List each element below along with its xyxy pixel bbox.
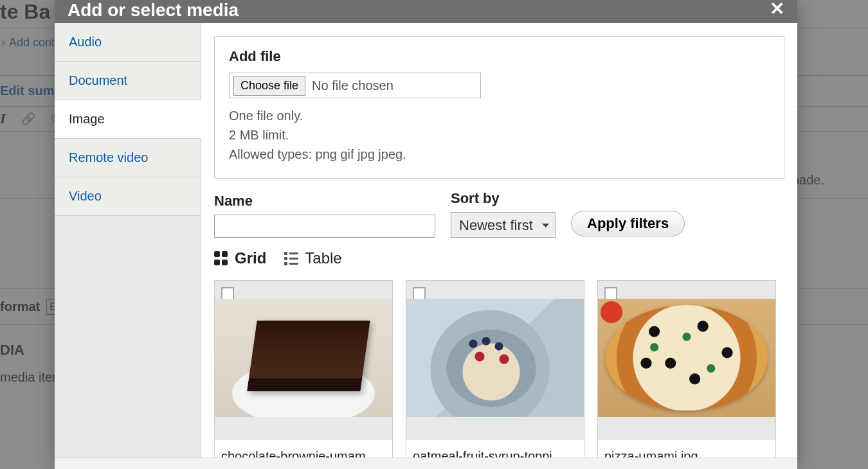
media-modal: Add or select media ✕ Audio Document Ima… — [55, 0, 797, 469]
sort-filter-field: Sort by Newest first — [451, 190, 556, 238]
thumbnail-image — [406, 299, 584, 417]
modal-content: Add file Choose file No file chosen One … — [201, 23, 797, 457]
add-file-fieldset: Add file Choose file No file chosen One … — [214, 36, 784, 179]
sort-label: Sort by — [451, 190, 556, 207]
media-caption: pizza-umami.jpg — [598, 440, 775, 457]
view-table-button[interactable]: Table — [284, 249, 341, 267]
view-switch-row: Grid Table — [214, 249, 784, 267]
modal-title: Add or select media — [68, 0, 239, 21]
filter-row: Name Sort by Newest first Apply filters — [214, 190, 784, 238]
select-checkbox[interactable] — [604, 287, 617, 300]
hint-allowed-types: Allowed types: png gif jpg jpeg. — [229, 145, 770, 164]
sidebar-item-video[interactable]: Video — [55, 177, 201, 216]
modal-header: Add or select media ✕ — [55, 0, 797, 23]
view-grid-button[interactable]: Grid — [214, 249, 266, 267]
file-hints: One file only. 2 MB limit. Allowed types… — [229, 106, 770, 164]
thumbnail-image — [598, 299, 775, 417]
view-grid-label: Grid — [235, 249, 266, 267]
media-type-sidebar: Audio Document Image Remote video Video — [55, 23, 201, 457]
name-input[interactable] — [214, 215, 435, 238]
hint-size-limit: 2 MB limit. — [229, 125, 770, 145]
name-filter-field: Name — [214, 193, 435, 238]
no-file-text: No file chosen — [312, 78, 393, 93]
media-card[interactable]: chocolate-brownie-umam… — [214, 280, 393, 457]
sidebar-item-document[interactable]: Document — [55, 62, 201, 100]
sidebar-item-remote-video[interactable]: Remote video — [55, 139, 201, 177]
grid-icon — [214, 251, 228, 265]
media-gallery: chocolate-brownie-umam… oatmeal-fruit-sy… — [214, 280, 784, 457]
modal-footer — [55, 457, 797, 469]
media-card[interactable]: oatmeal-fruit-syrup-toppi… — [406, 280, 584, 457]
name-label: Name — [214, 193, 435, 209]
table-icon — [284, 252, 298, 265]
apply-filters-button[interactable]: Apply filters — [571, 211, 685, 236]
select-checkbox[interactable] — [221, 287, 234, 300]
thumbnail-image — [215, 299, 392, 417]
close-icon[interactable]: ✕ — [770, 0, 784, 18]
choose-file-button[interactable]: Choose file — [233, 76, 305, 96]
media-card[interactable]: pizza-umami.jpg — [597, 280, 776, 457]
media-caption: chocolate-brownie-umam… — [215, 440, 392, 457]
media-caption: oatmeal-fruit-syrup-toppi… — [406, 440, 584, 457]
sort-select[interactable]: Newest first — [451, 212, 556, 238]
view-table-label: Table — [305, 249, 341, 267]
select-checkbox[interactable] — [413, 287, 426, 300]
add-file-legend: Add file — [229, 48, 770, 65]
sidebar-item-audio[interactable]: Audio — [55, 23, 201, 62]
file-input-row[interactable]: Choose file No file chosen — [229, 73, 481, 98]
hint-one-file: One file only. — [229, 106, 770, 125]
sidebar-item-image[interactable]: Image — [55, 100, 201, 139]
